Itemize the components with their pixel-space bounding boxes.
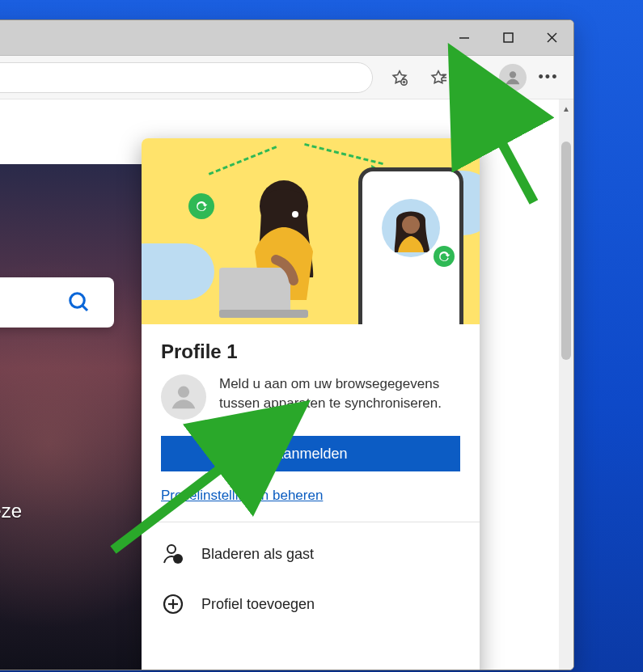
more-menu-button[interactable]: ••• — [531, 61, 565, 95]
page-content: lat deze was. — [0, 99, 573, 670]
svg-point-22 — [178, 387, 189, 398]
collections-button[interactable] — [460, 61, 494, 95]
divider — [142, 522, 480, 522]
profile-name: Profile 1 — [161, 340, 460, 363]
background-text: lat deze was. — [0, 496, 22, 556]
scroll-up-arrow[interactable]: ▲ — [559, 101, 573, 116]
svg-line-15 — [82, 306, 87, 311]
manage-profile-settings-link[interactable]: Profielinstellingen beheren — [161, 488, 323, 504]
sync-icon — [188, 193, 214, 219]
window-titlebar — [0, 20, 573, 56]
page-search-box[interactable] — [0, 277, 114, 328]
svg-point-13 — [510, 71, 516, 78]
guest-icon: ? — [161, 542, 185, 566]
sign-in-button[interactable]: Aanmelden — [161, 436, 460, 471]
profile-signin-description: Meld u aan om uw browsegegevens tussen a… — [219, 374, 460, 413]
browser-window: ••• lat deze was. — [0, 19, 574, 670]
person-icon — [168, 382, 199, 412]
ellipsis-icon: ••• — [539, 69, 559, 86]
svg-rect-19 — [219, 268, 290, 313]
browse-as-guest-label: Bladeren als gast — [201, 546, 314, 563]
add-favorite-button[interactable] — [383, 61, 417, 95]
person-illustration — [214, 171, 344, 324]
svg-rect-20 — [219, 310, 308, 318]
phone-illustration — [358, 167, 463, 324]
add-icon — [161, 592, 185, 616]
browse-as-guest-item[interactable]: ? Bladeren als gast — [161, 529, 460, 579]
svg-point-14 — [70, 294, 85, 308]
svg-point-18 — [292, 211, 298, 218]
browser-toolbar: ••• — [0, 56, 573, 99]
add-profile-label: Profiel toevoegen — [201, 596, 315, 613]
profile-popup-illustration — [142, 138, 480, 324]
window-maximize-button[interactable] — [486, 20, 530, 55]
profile-popup: Profile 1 Meld u aan om uw browsegegeven… — [142, 138, 480, 670]
scrollbar-thumb[interactable] — [561, 142, 571, 360]
background-text-line1: lat deze — [0, 496, 22, 526]
address-bar[interactable] — [0, 62, 373, 93]
search-icon — [67, 290, 91, 315]
profile-avatar-placeholder — [161, 374, 206, 420]
add-profile-item[interactable]: Profiel toevoegen — [161, 579, 460, 629]
window-close-button[interactable] — [530, 20, 573, 55]
favorites-button[interactable] — [421, 61, 455, 95]
vertical-scrollbar[interactable]: ▲ — [559, 99, 573, 670]
svg-rect-1 — [504, 33, 513, 42]
svg-point-23 — [167, 545, 176, 553]
background-text-line2: was. — [0, 526, 22, 556]
background-photo — [0, 164, 154, 670]
svg-text:?: ? — [176, 556, 180, 564]
sync-icon — [434, 246, 455, 267]
svg-point-21 — [402, 216, 420, 234]
window-minimize-button[interactable] — [442, 20, 486, 55]
profile-avatar-button[interactable] — [499, 64, 527, 91]
